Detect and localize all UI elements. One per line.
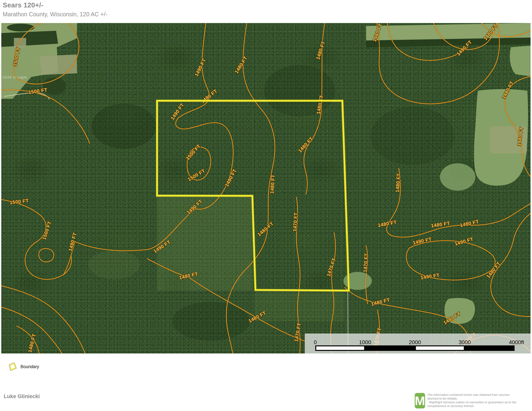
contour-elevation-label: 1500 FT — [185, 143, 202, 161]
mapright-logo-letter: M — [415, 394, 425, 408]
scale-bar-segment — [316, 346, 364, 350]
contour-elevation-label: 1480 FT — [234, 55, 248, 74]
map-graphics: 2020 Google — [1, 23, 531, 354]
contour-elevation-label: 1490 FT — [412, 236, 432, 245]
contour-elevation-label: 1470 FT — [362, 253, 369, 272]
contour-elevation-label: 1480 FT — [315, 40, 326, 60]
page-title: Sears 120+/- — [3, 1, 107, 9]
contour-elevation-label: 1500 FT — [41, 221, 52, 240]
contour-elevation-label: 1490 FT — [420, 272, 440, 280]
author-name: Luke Gliniecki — [4, 393, 40, 399]
mapright-credit: M The information contained herein was o… — [415, 393, 532, 408]
contour-elevation-label: 1500 FT — [9, 198, 29, 205]
contour-elevation-label: 1490 FT — [170, 102, 185, 121]
scale-bar-tick: 2000 — [409, 339, 421, 345]
scale-bar: 01000200030004000ft — [305, 334, 531, 354]
map-export-page: Sears 120+/- Marathon County, Wisconsin,… — [0, 0, 532, 411]
boundary-polygon-icon — [9, 363, 17, 371]
disclaimer-line: completeness or accuracy thereof. — [427, 404, 532, 408]
contour-elevation-label: 1480 FT — [269, 174, 276, 194]
contour-elevation-label: 1490 FT — [194, 58, 207, 77]
legend-label: Boundary — [20, 364, 39, 369]
disclaimer-line: MapRight Services makes no warranties or… — [427, 400, 532, 404]
disclaimer-text: The information contained herein was obt… — [427, 393, 532, 408]
contour-elevation-label: 1470 FT — [326, 257, 337, 277]
scale-bar-tick: 3000 — [459, 339, 471, 345]
scale-bar-tick: 4000ft — [509, 339, 524, 345]
contour-elevation-label: 1480 FT — [256, 221, 275, 237]
scale-bar-tick: 1000 — [359, 339, 371, 345]
scale-bar-segment — [416, 346, 464, 350]
map-canvas: 2020 Google — [1, 23, 531, 354]
contour-elevation-label: 1480 FT — [431, 221, 450, 228]
mapright-logo: M — [415, 393, 425, 408]
disclaimer-line: The information contained herein was obt… — [427, 393, 532, 397]
contour-elevation-label: 1470 FT — [292, 212, 298, 232]
contour-elevation-label: 1480 FT — [459, 219, 479, 228]
map-legend: Boundary — [9, 363, 39, 371]
field-patches — [1, 23, 531, 341]
scale-bar-tick: 0 — [314, 339, 317, 345]
disclaimer-line: deemed to be reliable. — [427, 397, 532, 400]
header: Sears 120+/- Marathon County, Wisconsin,… — [3, 1, 107, 18]
contour-elevation-label: 1490 FT — [454, 236, 474, 247]
page-subtitle: Marathon County, Wisconsin, 120 AC +/- — [3, 11, 107, 18]
contour-elevation-label: 1490 FT — [224, 168, 238, 187]
